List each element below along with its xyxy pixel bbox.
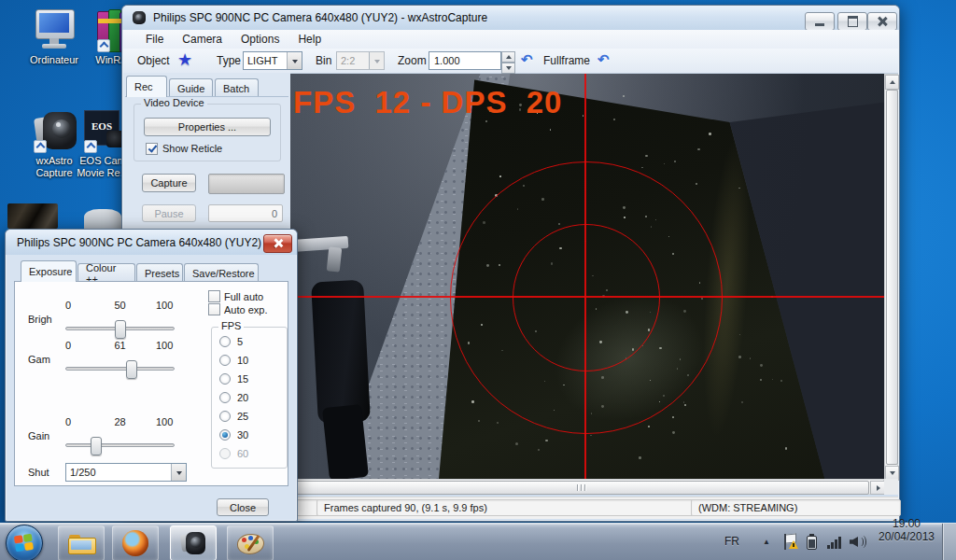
auto-exp-checkbox[interactable] [208, 303, 220, 315]
fps-radio-10[interactable]: 10 [219, 354, 248, 367]
tab-batch[interactable]: Batch [215, 78, 259, 97]
webcam-icon [181, 531, 205, 555]
app-webcam-icon [132, 10, 147, 25]
show-reticle-checkbox[interactable] [146, 143, 158, 155]
gam-slider[interactable] [65, 367, 175, 371]
zoom-label: Zoom [398, 54, 427, 67]
spinner-up-icon[interactable] [501, 51, 515, 63]
fps-radio-label: 25 [237, 411, 248, 422]
radio-icon[interactable] [219, 411, 231, 422]
close-icon [877, 16, 888, 27]
taskbar-firefox-button[interactable] [112, 525, 159, 560]
object-label: Object [137, 54, 170, 67]
partial-desktop-icon[interactable] [84, 209, 121, 229]
shortcut-arrow-icon [34, 140, 47, 153]
menu-options[interactable]: Options [232, 31, 288, 48]
taskbar-explorer-button[interactable] [58, 525, 105, 560]
tray-expand-icon[interactable]: ▲ [763, 538, 770, 546]
zoom-input[interactable]: 1.000 [429, 51, 501, 70]
network-signal-icon[interactable] [827, 535, 844, 549]
tray-clock[interactable]: 19:00 20/04/2013 [872, 517, 941, 543]
radio-icon[interactable] [219, 336, 231, 347]
folder-icon [68, 533, 94, 553]
type-combobox[interactable]: LIGHT [243, 51, 302, 70]
toolbar: Object ★ Type LIGHT Bin 2:2 Zoom 1.000 ↶… [123, 49, 898, 74]
taskbar-wxastrocapture-button[interactable] [170, 525, 217, 560]
dialog-close-button[interactable] [263, 234, 292, 253]
fps-radio-15[interactable]: 15 [219, 372, 248, 385]
brigh-max: 100 [156, 300, 173, 311]
object-star-icon[interactable]: ★ [177, 49, 192, 70]
gam-slider-thumb[interactable] [126, 360, 137, 379]
scroll-right-icon[interactable] [870, 481, 885, 495]
radio-icon[interactable] [219, 392, 231, 403]
clock-time: 19:00 [872, 517, 941, 530]
shut-value: 1/250 [66, 467, 96, 478]
fps-radio-20[interactable]: 20 [219, 391, 248, 404]
volume-icon[interactable] [850, 535, 866, 549]
dialog-titlebar[interactable]: Philips SPC 900NC PC Camera 640x480 (YUY… [6, 230, 297, 255]
menu-camera[interactable]: Camera [173, 31, 232, 48]
chevron-down-icon[interactable] [287, 52, 302, 69]
radio-icon [219, 448, 231, 459]
hscroll-thumb[interactable] [294, 481, 869, 495]
partial-desktop-icon[interactable] [7, 203, 58, 229]
tab-save-restore[interactable]: Save/Restore [184, 263, 259, 282]
video-vscrollbar[interactable] [884, 74, 898, 479]
maximize-icon [848, 16, 858, 27]
radio-icon[interactable] [219, 429, 231, 441]
type-label: Type [217, 54, 241, 67]
tab-exposure[interactable]: Exposure [21, 260, 77, 282]
bin-combobox: 2:2 [336, 51, 385, 70]
action-center-flag-icon[interactable] [784, 534, 797, 550]
scroll-up-icon[interactable] [885, 75, 899, 90]
properties-button[interactable]: Properties ... [144, 118, 271, 136]
fps-radio-5[interactable]: 5 [219, 335, 243, 348]
vscroll-thumb[interactable] [886, 90, 898, 465]
tab-colour[interactable]: Colour ++ [77, 263, 135, 282]
taskbar-paint-button[interactable] [227, 525, 274, 560]
tab-guide[interactable]: Guide [169, 78, 213, 97]
video-device-group: Video Device Properties ... Show Reticle [134, 104, 281, 161]
video-hscrollbar[interactable] [290, 479, 884, 495]
fps-radio-label: 10 [237, 355, 248, 366]
full-auto-checkbox[interactable] [208, 290, 220, 302]
tab-presets[interactable]: Presets [136, 263, 183, 282]
brigh-slider-thumb[interactable] [115, 320, 126, 339]
radio-icon[interactable] [219, 355, 231, 366]
tab-rec[interactable]: Rec [126, 76, 167, 97]
fps-radio-25[interactable]: 25 [219, 410, 248, 423]
fullframe-reset-icon[interactable]: ↶ [598, 51, 610, 68]
menu-file[interactable]: File [136, 31, 173, 48]
battery-icon[interactable] [807, 534, 817, 550]
start-button[interactable] [6, 525, 43, 560]
brigh-slider[interactable] [65, 327, 175, 330]
main-titlebar[interactable]: Philips SPC 900NC PC Camera 640x480 (YUY… [122, 6, 899, 30]
show-desktop-button[interactable] [942, 524, 956, 560]
maximize-button[interactable] [837, 12, 867, 31]
auto-exp-label: Auto exp. [224, 304, 267, 315]
close-button[interactable] [867, 12, 897, 31]
dialog-close-action-button[interactable]: Close [217, 498, 269, 516]
minimize-button[interactable] [805, 12, 835, 31]
gain-slider[interactable] [65, 443, 175, 447]
menubar: File Camera Options Help [123, 30, 898, 49]
zoom-reset-icon[interactable]: ↶ [521, 51, 533, 68]
fullframe-label: Fullframe [543, 54, 590, 67]
fps-radio-30[interactable]: 30 [219, 428, 248, 441]
spinner-down-icon[interactable] [501, 63, 515, 74]
chevron-down-icon[interactable] [171, 464, 186, 481]
bin-label: Bin [316, 54, 331, 67]
menu-help[interactable]: Help [288, 31, 330, 48]
status-frames: Frames captured 90, (9.1 s, 9.9 fps) [316, 499, 695, 516]
gain-slider-thumb[interactable] [91, 437, 102, 455]
fps-radio-label: 20 [237, 392, 248, 403]
status-wdm: (WDM: STREAMING) [691, 499, 901, 516]
zoom-spinner[interactable] [501, 51, 515, 70]
capture-button[interactable]: Capture [142, 174, 196, 192]
radio-icon[interactable] [219, 373, 231, 385]
pause-button: Pause [142, 204, 196, 222]
shut-combobox[interactable]: 1/250 [65, 463, 187, 482]
tray-language-fr[interactable]: FR [724, 535, 739, 548]
window-title: Philips SPC 900NC PC Camera 640x480 (YUY… [153, 11, 487, 24]
